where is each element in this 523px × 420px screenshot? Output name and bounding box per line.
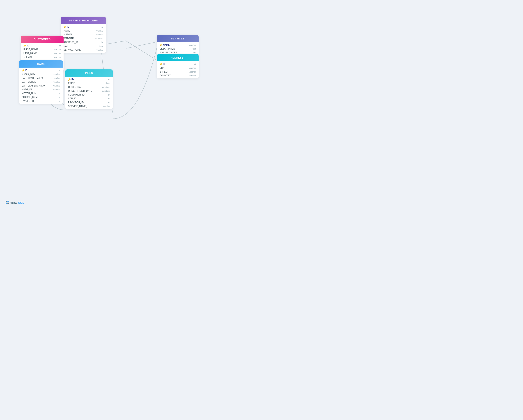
field-type: varchar: [97, 30, 103, 32]
field-type: varchar: [54, 56, 61, 58]
connection-lines: [0, 0, 262, 210]
unique-icon: ✳: [22, 73, 24, 75]
field-name: FIRST_NAME: [24, 48, 54, 51]
field-name: 🔑 ID: [24, 44, 59, 47]
field-name: 🔑 ID: [68, 78, 108, 81]
table-header-cars: CARS: [19, 60, 63, 68]
table-row: STREET varchar: [157, 70, 199, 74]
table-row: 🔑 ID int: [21, 44, 64, 48]
diagram-canvas: SERVICE_PROVIDERS 🔑 ID int NAME_ varchar…: [0, 0, 262, 210]
key-icon: 🔑: [160, 44, 162, 46]
table-row: OWNER_ID int: [19, 99, 63, 103]
field-name: DESCRIPTION_: [160, 48, 193, 50]
svg-rect-2: [6, 202, 7, 204]
table-header-services: SERVICES: [157, 35, 199, 42]
field-name: SERVICE_NAME_: [68, 105, 103, 107]
table-body-cars: 🔑 ID int ✳ CAR_NUM varchar CAR_TRADE_MAR…: [19, 68, 63, 104]
field-name: CUSTOMER_ID: [68, 94, 108, 96]
table-header-service-providers: SERVICE_PROVIDERS: [61, 17, 106, 24]
table-header-pills: PILLS: [65, 69, 113, 77]
field-name: MOTOR_NUM: [22, 92, 58, 95]
field-name: CAR_MODEL: [22, 81, 53, 83]
table-header-address: ADDRESS_: [157, 54, 199, 61]
table-services[interactable]: SERVICES 🔑 NAME_ varchar DESCRIPTION_ te…: [157, 35, 199, 56]
table-service-providers[interactable]: SERVICE_PROVIDERS 🔑 ID int NAME_ varchar…: [61, 17, 106, 53]
table-row: PRICE float: [65, 81, 113, 85]
field-type: int?: [193, 52, 196, 54]
table-row: SERVICE_NAME_ varchar: [65, 104, 113, 108]
table-row: ✳ EMAIL varchar: [21, 55, 64, 59]
field-type: varchar?: [95, 37, 103, 40]
logo-draw: draw: [10, 201, 17, 204]
table-row: CITY varchar: [157, 66, 199, 70]
field-type: int: [101, 26, 103, 28]
table-row: CAR_MODEL varchar: [19, 80, 63, 84]
field-type: varchar: [53, 77, 60, 79]
field-type: varchar: [97, 49, 103, 51]
field-type: varchar: [53, 85, 60, 87]
field-type: float: [106, 82, 110, 84]
field-type: datetime: [102, 90, 110, 92]
field-type: int: [194, 63, 196, 65]
field-type: varchar: [97, 33, 103, 36]
table-pills[interactable]: PILLS 🔑 ID int PRICE float ORDER_DATE da…: [65, 69, 113, 109]
field-name: PRICE: [68, 82, 106, 84]
field-name: RATE: [64, 45, 99, 47]
table-row: SERVICE_NAME_ varchar: [61, 48, 106, 52]
field-name: ORDER_DATE: [68, 86, 102, 88]
field-type: int: [58, 96, 60, 98]
field-name: 🔑 ID: [160, 63, 194, 65]
field-type: int: [58, 100, 60, 102]
table-address[interactable]: ADDRESS_ 🔑 ID int CITY varchar STREET va…: [157, 54, 199, 78]
field-name: ✳ EMAIL: [24, 56, 54, 58]
field-type: int: [58, 92, 60, 95]
field-name: SERVICE_NAME_: [64, 49, 97, 51]
field-name: LAST_NAME: [24, 52, 54, 55]
field-name: ✳ EMAIL: [64, 33, 97, 36]
table-row: FIRST_NAME varchar: [21, 48, 64, 51]
logo-icon: [5, 201, 9, 205]
field-type: int: [58, 69, 60, 72]
field-name: MADE_IN: [22, 88, 53, 91]
svg-rect-3: [8, 202, 9, 204]
table-row: 🔑 NAME_ varchar: [157, 43, 199, 47]
table-row: WEBSITE varchar?: [61, 37, 106, 40]
unique-icon: ✳: [64, 33, 65, 36]
app-logo: drawSQL: [5, 201, 24, 205]
field-name: CAR_TRADE_MARK: [22, 77, 53, 79]
field-type: int: [59, 45, 61, 47]
svg-rect-0: [6, 201, 7, 202]
field-type: int: [108, 94, 110, 96]
unique-icon: ✳: [24, 56, 25, 58]
table-row: CAR_TRADE_MARK varchar: [19, 76, 63, 80]
field-type: varchar: [103, 105, 110, 107]
table-row: 🔑 ID int: [65, 78, 113, 81]
field-name: ADDRESS_ID: [64, 41, 101, 43]
table-row: MADE_IN varchar: [19, 88, 63, 91]
field-name: ORDER_FINISH_DATE: [68, 90, 102, 92]
field-type: datetime: [102, 86, 110, 88]
field-type: varchar: [189, 44, 196, 46]
table-row: ORDER_FINISH_DATE datetime: [65, 89, 113, 93]
table-row: NAME_ varchar: [61, 29, 106, 33]
table-row: 🔑 ID int: [61, 25, 106, 29]
field-name: 🔑 ID: [22, 69, 58, 72]
field-name: NAME_: [64, 30, 97, 32]
key-icon: 🔑: [24, 45, 26, 47]
table-row: CAR_CLASSFICATION varchar: [19, 84, 63, 88]
table-row: RATE float: [61, 44, 106, 48]
key-icon: 🔑: [22, 69, 24, 72]
table-row: MOTOR_NUM int: [19, 91, 63, 95]
field-type: varchar: [54, 48, 61, 51]
table-cars[interactable]: CARS 🔑 ID int ✳ CAR_NUM varchar CAR_TRAD…: [19, 60, 63, 104]
field-type: int: [108, 97, 110, 100]
field-name: TOP_PROVIDER: [160, 51, 193, 54]
table-row: CUSTOMER_ID int: [65, 93, 113, 97]
field-name: 🔑 ID: [64, 26, 101, 28]
field-type: varchar: [53, 89, 60, 91]
field-name: PROVIDOR_ID: [68, 101, 108, 104]
field-name: STREET: [160, 71, 189, 73]
field-type: varchar: [53, 81, 60, 83]
field-name: WEBSITE: [64, 37, 95, 40]
field-type: varchar: [189, 75, 196, 77]
